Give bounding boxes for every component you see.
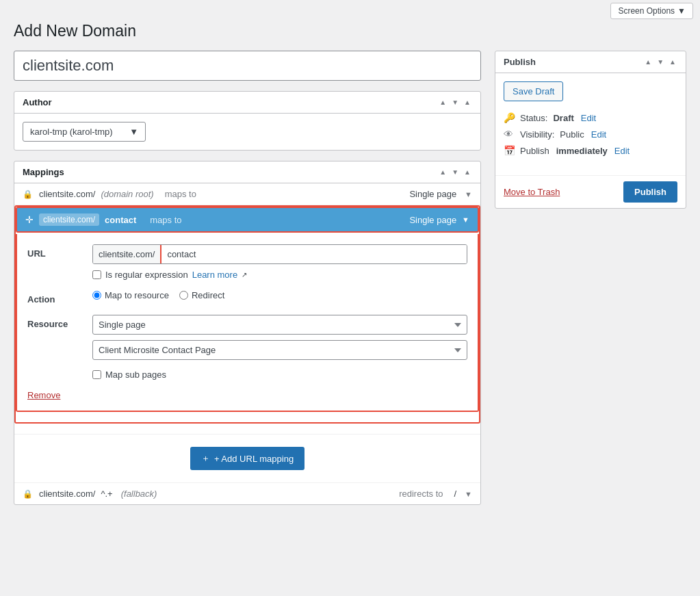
- external-link-icon: ↗: [242, 271, 247, 278]
- add-url-section: ＋ + Add URL mapping: [14, 434, 480, 483]
- chevron-down-icon: ▼: [677, 6, 686, 16]
- url-field: clientsite.com/ Is regular expression Le…: [92, 244, 467, 280]
- fallback-row-chevron[interactable]: ▼: [465, 490, 472, 498]
- visibility-label: Visibility:: [520, 129, 554, 140]
- learn-more-link[interactable]: Learn more: [192, 270, 237, 280]
- publish-body: Save Draft 🔑 Status: Draft Edit 👁 Visibi…: [495, 73, 686, 175]
- publish-down-arrow[interactable]: ▼: [656, 57, 665, 67]
- publish-footer: Move to Trash Publish: [495, 175, 686, 208]
- publish-box: Publish ▲ ▼ ▲ Save Draft 🔑 Status: Draft…: [495, 51, 686, 209]
- visibility-value: Public: [560, 129, 584, 140]
- mappings-metabox: Mappings ▲ ▼ ▲ 🔒 clientsite.com/ (domain…: [14, 161, 481, 505]
- remove-button[interactable]: Remove: [27, 390, 60, 400]
- static-suffix: (domain root): [101, 189, 153, 199]
- mappings-down-arrow[interactable]: ▼: [450, 167, 460, 177]
- url-input-group: clientsite.com/: [92, 244, 467, 264]
- mappings-title: Mappings: [23, 167, 64, 177]
- publish-timing-edit-link[interactable]: Edit: [614, 146, 630, 156]
- active-resource: Single page: [409, 215, 456, 225]
- author-up-arrow[interactable]: ▲: [438, 97, 448, 107]
- action-label: Action: [27, 290, 82, 305]
- resource-type-select[interactable]: Single page: [92, 315, 467, 335]
- author-body: karol-tmp (karol-tmp) ▼: [14, 114, 480, 150]
- resource-form-row: Resource Single page Client Microsite Co…: [27, 315, 467, 380]
- static-maps-to: maps to: [165, 189, 196, 199]
- page-title: Add New Domain: [14, 22, 686, 40]
- author-chevron-icon: ▼: [129, 127, 138, 137]
- visibility-icon: 👁: [504, 129, 516, 140]
- active-path: contact: [105, 215, 136, 225]
- move-to-trash-button[interactable]: Move to Trash: [504, 187, 560, 197]
- static-resource: Single page: [409, 189, 456, 199]
- sidebar: Publish ▲ ▼ ▲ Save Draft 🔑 Status: Draft…: [495, 51, 686, 515]
- redirect-label[interactable]: Redirect: [179, 290, 224, 300]
- map-sub-pages-label[interactable]: Map sub pages: [105, 370, 166, 380]
- resource-page-select[interactable]: Client Microsite Contact Page: [92, 340, 467, 360]
- regex-label[interactable]: Is regular expression: [105, 270, 188, 280]
- static-mapping-row: 🔒 clientsite.com/ (domain root) maps to …: [14, 183, 480, 205]
- author-controls: ▲ ▼ ▲: [438, 97, 472, 107]
- status-icon: 🔑: [504, 112, 516, 123]
- publish-button[interactable]: Publish: [623, 181, 677, 203]
- drag-handle-icon[interactable]: ✛: [25, 214, 34, 225]
- visibility-row: 👁 Visibility: Public Edit: [504, 126, 677, 142]
- mappings-controls: ▲ ▼ ▲: [438, 167, 472, 177]
- url-label: URL: [27, 244, 82, 259]
- mappings-toggle-arrow[interactable]: ▲: [463, 167, 472, 177]
- author-select-button[interactable]: karol-tmp (karol-tmp) ▼: [23, 122, 146, 142]
- save-draft-button[interactable]: Save Draft: [504, 81, 563, 101]
- author-name: karol-tmp (karol-tmp): [30, 127, 113, 137]
- fallback-path: ^.+: [101, 489, 112, 499]
- fallback-domain: clientsite.com/: [39, 489, 95, 499]
- redirect-radio[interactable]: [179, 291, 188, 300]
- visibility-edit-link[interactable]: Edit: [591, 129, 606, 140]
- mapping-details: URL clientsite.com/ Is regular expressio…: [16, 234, 479, 412]
- publish-controls: ▲ ▼ ▲: [643, 57, 677, 67]
- add-url-mapping-button[interactable]: ＋ + Add URL mapping: [190, 447, 304, 470]
- fallback-lock-icon: 🔒: [23, 489, 34, 499]
- publish-up-arrow[interactable]: ▲: [643, 57, 653, 67]
- map-to-resource-label[interactable]: Map to resource: [92, 290, 169, 300]
- url-form-row: URL clientsite.com/ Is regular expressio…: [27, 244, 467, 280]
- publish-timing-row: 📅 Publish immediately Edit: [504, 142, 677, 159]
- add-mapping-label: + Add URL mapping: [214, 454, 294, 464]
- fallback-redirects-to: redirects to: [399, 489, 443, 499]
- publish-toggle-arrow[interactable]: ▲: [668, 57, 677, 67]
- fallback-row: 🔒 clientsite.com/ ^.+ (fallback) redirec…: [14, 483, 480, 504]
- publish-timing-label: Publish: [520, 146, 549, 156]
- domain-input[interactable]: [14, 51, 481, 81]
- map-to-resource-text: Map to resource: [105, 290, 169, 300]
- active-mapping-row: ✛ clientsite.com/ contact maps to Single…: [16, 207, 479, 233]
- fallback-target: /: [454, 489, 456, 499]
- resource-label: Resource: [27, 315, 82, 329]
- map-sub-pages-checkbox[interactable]: [92, 370, 101, 379]
- active-domain-badge: clientsite.com/: [39, 213, 99, 226]
- author-down-arrow[interactable]: ▼: [450, 97, 460, 107]
- screen-options-button[interactable]: Screen Options ▼: [610, 3, 693, 19]
- mappings-up-arrow[interactable]: ▲: [438, 167, 448, 177]
- url-prefix: clientsite.com/: [93, 245, 161, 263]
- author-toggle-arrow[interactable]: ▲: [463, 97, 472, 107]
- static-row-chevron[interactable]: ▼: [465, 190, 472, 198]
- regex-checkbox[interactable]: [92, 270, 101, 279]
- active-row-chevron[interactable]: ▼: [462, 216, 469, 224]
- fallback-label: (fallback): [121, 489, 157, 499]
- publish-title: Publish: [504, 57, 536, 67]
- author-header: Author ▲ ▼ ▲: [14, 92, 480, 114]
- status-row: 🔑 Status: Draft Edit: [504, 109, 677, 126]
- status-edit-link[interactable]: Edit: [581, 113, 596, 123]
- publish-timing-value: immediately: [556, 146, 608, 156]
- url-suffix-input[interactable]: [161, 245, 467, 263]
- redirect-text: Redirect: [192, 290, 224, 300]
- publish-header: Publish ▲ ▼ ▲: [495, 51, 686, 73]
- regex-checkbox-row: Is regular expression Learn more ↗: [92, 270, 467, 280]
- map-sub-pages-row: Map sub pages: [92, 370, 467, 380]
- map-to-resource-radio[interactable]: [92, 291, 101, 300]
- remove-section: Remove: [27, 390, 467, 400]
- mappings-header: Mappings ▲ ▼ ▲: [14, 161, 480, 183]
- author-metabox: Author ▲ ▼ ▲ karol-tmp (karol-tmp) ▼: [14, 91, 481, 151]
- plus-icon: ＋: [201, 452, 210, 465]
- action-field: Map to resource Redirect: [92, 290, 467, 300]
- active-mapping-header: ✛ clientsite.com/ contact maps to Single…: [17, 208, 478, 231]
- publish-meta: 🔑 Status: Draft Edit 👁 Visibility: Publi…: [504, 109, 677, 159]
